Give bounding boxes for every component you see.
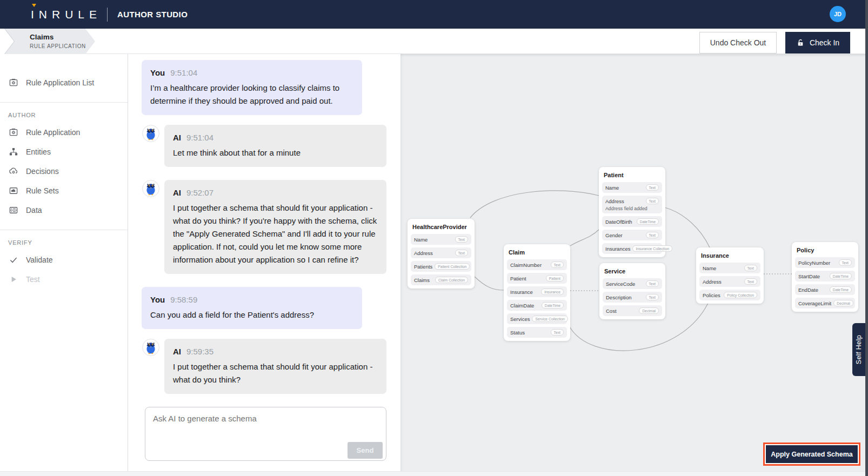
entity-field-address[interactable]: AddressText [411,247,471,258]
field-name: Name [605,185,619,191]
chat-message-user: You9:51:04I’m a healthcare provider look… [142,60,400,115]
undo-check-out-button[interactable]: Undo Check Out [699,32,777,53]
connection-claim-patient [570,230,599,246]
apply-generated-schema-button[interactable]: Apply Generated Schema [766,445,858,463]
entity-card-policy[interactable]: PolicyPolicyNumberTextStartDateDateTimeE… [792,242,858,312]
ai-owl-avatar-icon [142,180,159,197]
field-type-badge: DateTime [637,218,659,225]
entity-title: Patient [602,169,662,179]
entity-field-main: StartDateDateTime [798,273,852,279]
entity-field-claims[interactable]: ClaimsClaim Collection [411,274,471,285]
data-icon [9,205,18,215]
field-name: Insurances [605,246,630,252]
self-help-tab[interactable]: Self Help [852,323,865,376]
entity-field-enddate[interactable]: EndDateDateTime [795,284,855,295]
connection-provider-claim [475,277,504,290]
send-button[interactable]: Send [348,442,383,459]
entity-field-claimdate[interactable]: ClaimDateDateTime [507,300,567,311]
entity-field-patients[interactable]: PatientsPatient Collection [411,261,471,272]
sidebar-item-label: Rule Sets [26,186,59,195]
entities-icon [9,147,18,157]
field-name: Description [606,294,632,300]
field-name: ClaimDate [510,303,534,309]
rulesets-icon [9,186,18,196]
chat-message-header: You9:58:59 [150,293,353,306]
chat-bubble: AI9:59:35I put together a schema that sh… [164,339,386,394]
chat-message-ai: AI9:51:04Let me think about that for a m… [142,125,400,167]
entity-field-claimnumber[interactable]: ClaimNumberText [507,259,567,270]
entity-title: Policy [795,244,855,254]
entity-field-cost[interactable]: CostDecimal [603,305,662,316]
entity-field-gender[interactable]: GenderText [602,230,662,240]
chat-timestamp: 9:58:59 [170,295,197,304]
entity-field-dateofbirth[interactable]: DateOfBirthDateTime [602,216,662,227]
field-type-badge: Text [646,232,659,238]
field-name: Services [510,316,530,322]
entity-field-patient[interactable]: PatientPatient [507,273,567,284]
entity-field-main: CostDecimal [606,307,659,314]
chat-timestamp: 9:52:07 [186,188,213,197]
chat-sender: AI [173,133,181,142]
entity-field-main: GenderText [605,232,659,238]
entity-card-claim[interactable]: ClaimClaimNumberTextPatientPatientInsura… [504,244,570,341]
field-note: Address field added [605,206,659,211]
entity-field-insurances[interactable]: InsurancesInsurance Collection [602,243,662,254]
sidebar-item-test[interactable]: Test [0,270,128,289]
entity-card-service[interactable]: ServiceServiceCodeTextDescriptionTextCos… [599,263,665,319]
entity-card-insurance[interactable]: InsuranceNameTextAddressTextPoliciesPoli… [696,247,764,304]
entity-field-name[interactable]: NameText [411,234,471,245]
field-name: Address [703,279,722,285]
entity-field-name[interactable]: NameText [699,263,760,273]
entity-field-startdate[interactable]: StartDateDateTime [795,271,855,281]
field-type-badge: Text [455,250,468,256]
field-name: PolicyNumber [798,260,830,266]
entity-field-services[interactable]: ServicesService Collection [507,313,567,324]
sidebar-item-label: Data [26,206,42,214]
logo-accent-triangle-icon [32,4,36,7]
horizontal-scrollbar[interactable] [0,471,865,476]
chat-message-ai: AI9:52:07I put together a schema that sh… [142,180,400,274]
entity-field-description[interactable]: DescriptionText [603,292,662,303]
product-title: AUTHOR STUDIO [117,10,188,19]
entity-field-main: PatientPatient [510,275,564,281]
chat-timestamp: 9:51:04 [170,68,197,77]
user-avatar[interactable]: JD [830,6,846,22]
entity-field-main: NameText [414,236,468,243]
apply-schema-highlight-frame: Apply Generated Schema [763,443,860,466]
entity-field-name[interactable]: NameText [602,182,662,193]
field-type-badge: Text [646,184,659,191]
entity-field-status[interactable]: StatusText [507,327,567,338]
entity-field-main: ClaimDateDateTime [510,302,564,309]
schema-diagram-canvas[interactable]: HealthcareProviderNameTextAddressTextPat… [400,54,865,471]
vertical-scrollbar[interactable] [865,0,868,476]
sidebar-item-data[interactable]: Data [0,200,128,220]
entity-field-address[interactable]: AddressText [699,276,760,287]
page-subtitle: RULE APPLICATION [30,43,86,49]
entity-field-insurance[interactable]: InsuranceInsurance [507,286,567,297]
field-name: Patients [414,264,432,270]
entity-field-address[interactable]: AddressTextAddress field added [602,196,662,213]
entity-field-main: PolicyNumberText [798,259,852,266]
sidebar-item-decisions[interactable]: Decisions [0,162,128,181]
sidebar-item-rule-application-list[interactable]: Rule Application List [0,73,128,92]
entity-field-main: ClaimNumberText [510,262,564,268]
chat-message-ai: AI9:59:35I put together a schema that sh… [142,339,400,394]
brand-text: INRULE [31,8,102,21]
entity-field-policynumber[interactable]: PolicyNumberText [795,257,855,268]
entity-field-main: DescriptionText [606,294,659,300]
field-name: CoverageLimit [798,300,831,306]
field-name: ServiceCode [606,281,635,287]
sidebar-item-rule-sets[interactable]: Rule Sets [0,181,128,200]
entity-field-policies[interactable]: PoliciesPolicy Collection [699,290,760,300]
entity-card-patient[interactable]: PatientNameTextAddressTextAddress field … [599,167,665,257]
sidebar-item-rule-application[interactable]: Rule Application [0,123,128,142]
field-type-badge: Text [455,236,468,243]
entity-field-servicecode[interactable]: ServiceCodeText [603,278,662,289]
entity-field-main: AddressText [414,250,468,256]
entity-title: Service [603,265,662,276]
entity-card-healthcareprovider[interactable]: HealthcareProviderNameTextAddressTextPat… [408,219,475,289]
check-in-button[interactable]: Check In [785,32,850,53]
entity-field-coveragelimit[interactable]: CoverageLimitDecimal [795,298,855,309]
sidebar-item-entities[interactable]: Entities [0,142,128,162]
sidebar-item-validate[interactable]: Validate [0,250,128,270]
